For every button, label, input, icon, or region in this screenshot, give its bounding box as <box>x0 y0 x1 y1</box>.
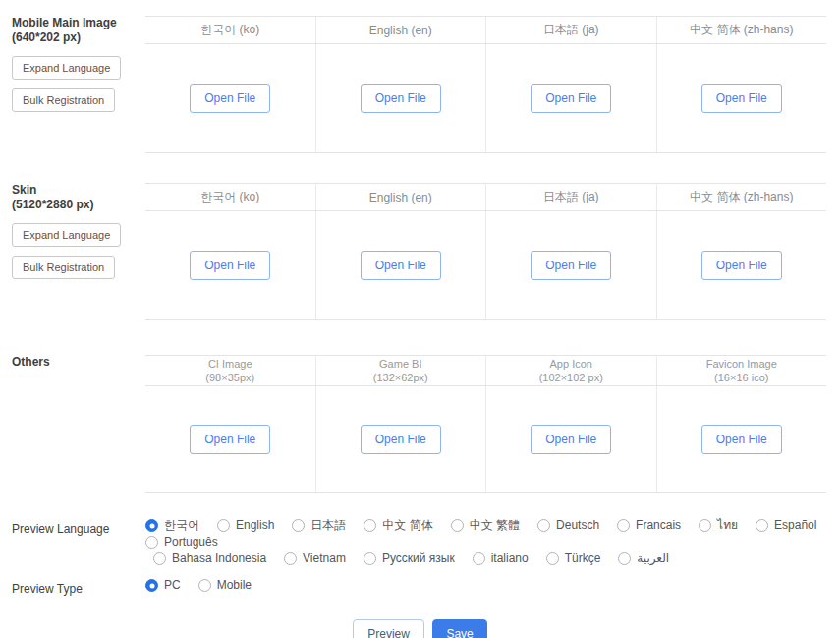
table-cell-game-bi: Open File <box>315 386 486 492</box>
radio-option-vietnamese[interactable]: Vietnam <box>284 551 346 566</box>
table-cell-korean: Open File <box>145 44 315 152</box>
table-body-row: Open File Open File Open File Open File <box>145 386 826 492</box>
column-header-japanese: 日本語 (ja) <box>485 184 656 210</box>
radio-icon <box>699 519 711 532</box>
preview-language-row: Preview Language 한국어 English 日本語 中文 简体 <box>0 518 840 568</box>
preview-button[interactable]: Preview <box>353 619 424 638</box>
table-cell-japanese: Open File <box>485 211 656 319</box>
column-size: (98×35px) <box>205 371 254 384</box>
radio-option-italian[interactable]: italiano <box>473 551 529 566</box>
section-size: (640*202 px) <box>12 30 136 45</box>
mobile-main-image-label-col: Mobile Main Image (640*202 px) Expand La… <box>0 16 145 112</box>
radio-icon <box>617 519 630 532</box>
column-header-ci-image: CI Image (98×35px) <box>145 356 315 385</box>
column-name: Game BI <box>379 357 421 371</box>
radio-icon <box>153 552 166 565</box>
open-file-button[interactable]: Open File <box>701 251 782 280</box>
column-header-favicon: Favicon Image (16×16 ico) <box>656 356 827 385</box>
column-header-english: English (en) <box>315 184 486 210</box>
radio-option-russian[interactable]: Русский язык <box>364 551 455 566</box>
open-file-button[interactable]: Open File <box>190 251 270 280</box>
open-file-button[interactable]: Open File <box>190 425 270 454</box>
skin-label-col: Skin (5120*2880 px) Expand Language Bulk… <box>0 183 145 279</box>
radio-option-pc[interactable]: PC <box>145 578 181 593</box>
radio-option-thai[interactable]: ไทย <box>699 518 738 533</box>
open-file-button[interactable]: Open File <box>701 425 782 454</box>
open-file-button[interactable]: Open File <box>701 84 782 113</box>
table-cell-ci-image: Open File <box>145 386 315 492</box>
section-size: (5120*2880 px) <box>12 198 136 212</box>
radio-icon <box>756 519 768 532</box>
radio-icon <box>364 519 376 532</box>
open-file-button[interactable]: Open File <box>361 251 441 280</box>
radio-selected-icon <box>145 579 158 592</box>
radio-option-japanese[interactable]: 日本語 <box>292 518 346 533</box>
radio-icon <box>364 552 376 565</box>
bulk-registration-button[interactable]: Bulk Registration <box>12 88 115 112</box>
open-file-button[interactable]: Open File <box>190 84 270 113</box>
language-options-line-1: 한국어 English 日本語 中文 简体 中文 繁體 <box>145 518 826 550</box>
radio-option-turkish[interactable]: Türkçe <box>546 551 601 566</box>
column-header-japanese: 日本語 (ja) <box>485 17 656 43</box>
open-file-button[interactable]: Open File <box>361 425 441 454</box>
column-header-app-icon: App Icon (102×102 px) <box>485 356 656 385</box>
radio-option-korean[interactable]: 한국어 <box>145 518 199 533</box>
open-file-button[interactable]: Open File <box>531 84 611 113</box>
column-name: App Icon <box>550 357 592 371</box>
radio-option-portuguese[interactable]: Português <box>145 535 218 550</box>
bulk-registration-button[interactable]: Bulk Registration <box>12 256 115 279</box>
table-cell-english: Open File <box>315 44 486 152</box>
radio-option-mobile[interactable]: Mobile <box>198 578 252 593</box>
table-cell-chinese: Open File <box>656 211 827 319</box>
radio-option-chinese-simplified[interactable]: 中文 简体 <box>364 518 432 533</box>
radio-icon <box>145 536 158 549</box>
radio-option-french[interactable]: Francais <box>617 518 681 533</box>
radio-icon <box>537 519 550 532</box>
column-size: (16×16 ico) <box>714 371 768 384</box>
radio-icon <box>618 552 631 565</box>
radio-option-german[interactable]: Deutsch <box>537 518 599 533</box>
expand-language-button[interactable]: Expand Language <box>12 223 121 247</box>
column-header-korean: 한국어 (ko) <box>145 17 315 43</box>
open-file-button[interactable]: Open File <box>361 84 441 113</box>
radio-icon <box>546 552 559 565</box>
table-cell-korean: Open File <box>145 211 315 319</box>
save-button[interactable]: Save <box>432 619 486 638</box>
radio-option-chinese-traditional[interactable]: 中文 繁體 <box>451 518 520 533</box>
type-options-line: PC Mobile <box>145 578 826 593</box>
column-size: (132×62px) <box>373 371 428 384</box>
section-title: Skin <box>12 183 136 198</box>
column-header-english: English (en) <box>315 17 486 43</box>
radio-icon <box>473 552 485 565</box>
column-size: (102×102 px) <box>539 371 603 384</box>
radio-selected-icon <box>145 519 158 532</box>
others-table: CI Image (98×35px) Game BI (132×62px) Ap… <box>145 355 826 493</box>
radio-icon <box>217 519 230 532</box>
radio-option-spanish[interactable]: Español <box>756 518 816 533</box>
preview-type-options: PC Mobile <box>145 578 826 595</box>
others-label-col: Others <box>0 355 145 370</box>
preview-language-options: 한국어 English 日本語 中文 简体 中文 繁體 <box>145 518 826 568</box>
preview-type-row: Preview Type PC Mobile <box>0 578 840 596</box>
column-header-game-bi: Game BI (132×62px) <box>315 356 486 385</box>
table-cell-app-icon: Open File <box>485 386 656 492</box>
radio-option-arabic[interactable]: العربية <box>618 551 669 566</box>
preview-language-label: Preview Language <box>0 518 145 536</box>
section-mobile-main-image: Mobile Main Image (640*202 px) Expand La… <box>0 16 840 153</box>
table-cell-chinese: Open File <box>656 44 827 152</box>
radio-option-english[interactable]: English <box>217 518 274 533</box>
radio-icon <box>284 552 297 565</box>
preview-type-label: Preview Type <box>0 578 145 596</box>
expand-language-button[interactable]: Expand Language <box>12 56 121 80</box>
table-body-row: Open File Open File Open File Open File <box>145 211 826 319</box>
table-header-row: 한국어 (ko) English (en) 日本語 (ja) 中文 简体 (zh… <box>145 17 826 44</box>
radio-icon <box>292 519 305 532</box>
open-file-button[interactable]: Open File <box>531 251 611 280</box>
table-header-row: CI Image (98×35px) Game BI (132×62px) Ap… <box>145 356 826 386</box>
section-others: Others CI Image (98×35px) Game BI (132×6… <box>0 355 840 493</box>
column-header-chinese: 中文 简体 (zh-hans) <box>656 17 827 43</box>
radio-option-indonesian[interactable]: Bahasa Indonesia <box>153 551 266 566</box>
radio-icon <box>198 579 211 592</box>
image-settings-page: Mobile Main Image (640*202 px) Expand La… <box>0 0 840 638</box>
open-file-button[interactable]: Open File <box>531 425 611 454</box>
